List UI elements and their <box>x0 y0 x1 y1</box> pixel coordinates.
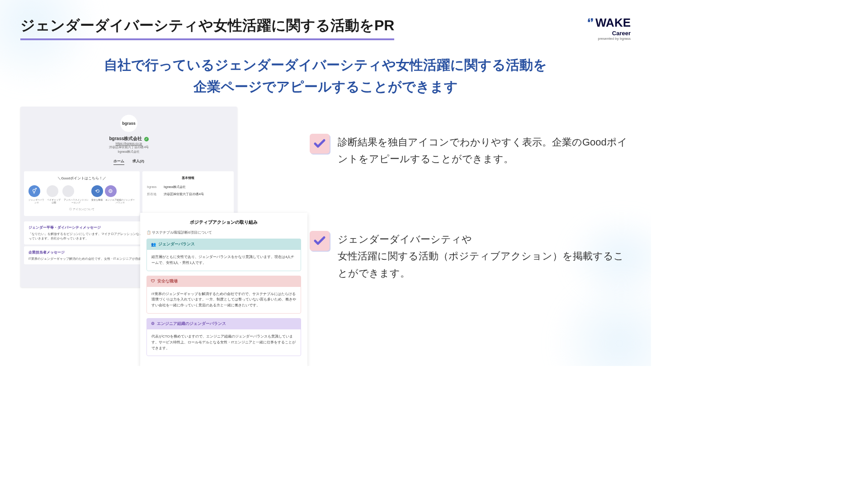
basic-label: 所在地 <box>147 192 163 197</box>
eng-balance-icon: ⚙ <box>105 185 117 197</box>
info-icon: 📋 <box>146 230 151 235</box>
tab-jobs: 求人(2) <box>132 159 144 165</box>
balance-icon: ⚥ <box>28 185 40 197</box>
action-header: 安全な職場 <box>157 278 178 284</box>
diagnosis-note: 📋 サステナブル職場診断6項目について <box>146 230 301 235</box>
mock-positive-action: ポジティブアクションの取り組み 📋 サステナブル職場診断6項目について 👥ジェン… <box>140 213 307 366</box>
code-icon: ⚙ <box>151 321 155 326</box>
header: ジェンダーダイバーシティや女性活躍に関する活動をPR ❛❜ WAKE Caree… <box>20 16 631 41</box>
check-icon <box>310 231 330 251</box>
note-text: サステナブル職場診断6項目について <box>152 230 212 235</box>
people-icon: 👥 <box>151 242 156 247</box>
icon-label: ジェンダーバランス <box>28 198 45 204</box>
action-body: 経営層がともに女性であり、ジェンダーバランスをかなり意識しています。現在は4人チ… <box>146 250 301 271</box>
logo-dot-icon: ❛❜ <box>587 17 594 28</box>
screenshot-area: bgrass bgrass株式会社 ✓ https://bgrass.co.jp… <box>20 107 301 366</box>
tab-home: ホーム <box>113 159 124 165</box>
feature-text: ジェンダーダイバーシティや 女性活躍に関する活動（ポジティブアクション）を掲載す… <box>338 231 631 282</box>
icon-info-note: ⓘ アイコンについて <box>28 207 135 211</box>
subtitle-line: 企業ページでアピールすることができます <box>193 79 458 94</box>
action-header: エンジニア組織のジェンダーバランス <box>157 321 226 327</box>
safe-icon: ⟲ <box>91 185 103 197</box>
company-url: https://bgrass.co.jp <box>20 142 237 145</box>
training-icon <box>62 185 74 197</box>
positive-action-title: ポジティブアクションの取り組み <box>146 219 301 225</box>
wake-logo: ❛❜ WAKE Career presented by bgrass <box>587 16 631 41</box>
icon-label: 安全な職場 <box>91 198 103 201</box>
feature-text: 診断結果を独自アイコンでわかりやすく表示。企業のGoodポイントをアピールするこ… <box>338 134 631 168</box>
company-logo: bgrass <box>120 115 137 132</box>
logo-presented: presented by bgrass <box>587 37 631 41</box>
action-body: IT業界のジェンダーギャップを解消するための会社ですので、サステナブルにはたらけ… <box>146 287 301 314</box>
company-name: bgrass株式会社 <box>109 136 142 141</box>
good-points-title: ＼Goodポイントはこちら！／ <box>28 176 135 181</box>
action-header: ジェンダーバランス <box>158 241 195 247</box>
icon-label: アンチハラスメントトレーニング <box>62 198 89 204</box>
basic-value: bgrass株式会社 <box>164 185 186 188</box>
features: 診断結果を独自アイコンでわかりやすく表示。企業のGoodポイントをアピールするこ… <box>310 107 631 366</box>
basic-label: bgrass <box>147 185 163 188</box>
company-address2: bgrass株式会社 <box>20 150 237 154</box>
page-title: ジェンダーダイバーシティや女性活躍に関する活動をPR <box>20 16 394 40</box>
subtitle: 自社で行っているジェンダーダイバーシティや女性活躍に関する活動を 企業ページでア… <box>20 54 631 98</box>
logo-subtext: Career <box>587 30 631 37</box>
company-address: 渋谷区神宮前六丁目23番4号 <box>20 145 237 150</box>
logo-text: WAKE <box>595 16 631 30</box>
slide: ジェンダーダイバーシティや女性活躍に関する活動をPR ❛❜ WAKE Caree… <box>0 0 651 366</box>
paygap-icon <box>47 185 58 197</box>
action-body: 代表がCTOを務めていますので、エンジニア組織のジェンダーバランスも意識していま… <box>146 329 301 356</box>
icon-label: ペイギャップ公開 <box>47 198 61 204</box>
basic-info-title: 基本情報 <box>147 176 229 180</box>
basic-value: 渋谷区神宮前六丁目23番4号 <box>164 192 204 196</box>
icon-label: エンジニア組織のジェンダーバランス <box>105 198 135 204</box>
check-icon <box>310 134 330 154</box>
shield-icon: 🛡 <box>151 279 155 283</box>
subtitle-line: 自社で行っているジェンダーダイバーシティや女性活躍に関する活動を <box>104 57 547 72</box>
verified-icon: ✓ <box>144 137 149 141</box>
